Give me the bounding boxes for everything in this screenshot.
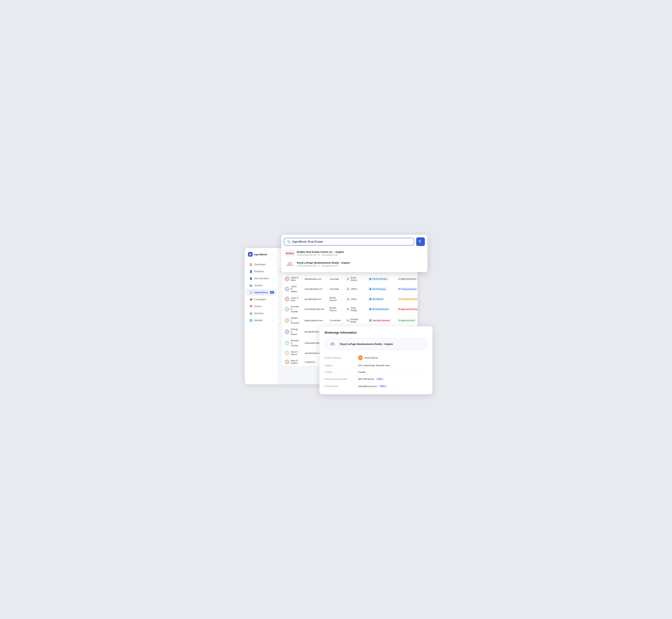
remax-logo: RE/MAX bbox=[285, 250, 294, 257]
sidebar-logo: 🏠 AgentBook ‹‹ bbox=[245, 251, 278, 260]
cell-title: Coordinator bbox=[327, 315, 344, 326]
app-name: AgentBook bbox=[254, 253, 267, 256]
cell-title: Broker Record bbox=[327, 295, 344, 303]
elections-icon: 🗳 bbox=[249, 312, 253, 315]
person-name: Lillian D. Ware bbox=[291, 276, 299, 281]
campaigns-icon: 📣 bbox=[249, 298, 253, 301]
table-row[interactable]: GJ Gladys J. Kluesner gladys@gmail.com C… bbox=[282, 315, 417, 326]
email-value: arlene@mccoy.com Office bbox=[358, 385, 387, 388]
result-addr-1: 23 Mountainview Rd., S. , Georgetown ON bbox=[297, 254, 344, 256]
cell-name: KB Kenneth B. Aranda bbox=[282, 303, 302, 315]
phone-office-badge[interactable]: Office bbox=[376, 377, 384, 381]
person-name: Whitney D. Kenney bbox=[291, 339, 299, 347]
cell-app-type: 👤 New Brokerage bbox=[365, 283, 394, 295]
person-name: Sean K. Hamm bbox=[291, 351, 299, 355]
sidebar-item-website[interactable]: 🌐 Website ▾ bbox=[246, 317, 276, 324]
app-type-badge: 👤 Terminate a Member bbox=[367, 319, 392, 322]
sidebar-item-elections[interactable]: 🗳 Elections bbox=[246, 310, 276, 317]
cell-brokerage: 🏢 Board Global bbox=[344, 275, 365, 283]
info-row-country: Country Canada bbox=[325, 369, 427, 375]
brokerage-name: CREA bbox=[351, 298, 357, 300]
brokerage-name: Eclat Realty bbox=[351, 307, 362, 312]
broker-avatar: AM bbox=[358, 355, 363, 360]
website-arrow: ▾ bbox=[272, 319, 273, 322]
search-result-2[interactable]: ROYAL LEPAGE Meadowtowne Royal LePage Me… bbox=[284, 259, 425, 269]
cell-email: lillian@realty.com bbox=[302, 275, 327, 283]
table-row[interactable]: KB Kenneth B. Aranda kenneth@realty.com … bbox=[282, 303, 417, 315]
app-type-badge: 👤 Transfer Member bbox=[367, 277, 389, 281]
sidebar-item-events[interactable]: 📅 Events bbox=[246, 303, 276, 310]
brokerage-name: OREA bbox=[351, 288, 357, 290]
cell-name: SK Sean K. Hamm bbox=[282, 349, 302, 357]
cell-name: LS Laura S. Dyer bbox=[282, 295, 302, 303]
sidebar-label-website: Website bbox=[254, 319, 263, 322]
app-type-badge: 👤 New Member bbox=[367, 297, 385, 301]
sidebar-label-events: Events bbox=[254, 305, 261, 308]
brokerage-info-card: Brokerage Information ROYAL LEPAGE Meado… bbox=[320, 326, 432, 394]
person-name: Mary G. Dunkle bbox=[291, 359, 299, 364]
cell-app-type: 👤 Transfer Member bbox=[365, 275, 394, 283]
cell-app-type: 👤 Terminate a Member bbox=[365, 315, 394, 326]
row-avatar: WD bbox=[284, 341, 289, 346]
cell-brokerage: 🏢 CREA bbox=[344, 295, 365, 303]
email-office-badge[interactable]: Office bbox=[379, 385, 387, 388]
table-row[interactable]: LD Lillian D. Ware lillian@realty.com As… bbox=[282, 275, 417, 283]
search-button[interactable]: 🔍 bbox=[416, 237, 425, 246]
brokerage-cell: 🏢 Board Global bbox=[346, 276, 362, 281]
sidebar-item-applications[interactable]: 📋 Applications 50 bbox=[246, 289, 276, 296]
person-name: George S. Bryant bbox=[291, 328, 299, 335]
info-row-email: Primary Email arlene@mccoy.com Office bbox=[325, 383, 427, 390]
sidebar-item-campaigns[interactable]: 📣 Campaigns ▾ bbox=[246, 296, 276, 303]
phone-label: Primary Phone Number bbox=[325, 378, 358, 380]
applications-badge: 50 bbox=[270, 291, 274, 294]
sidebar: 🏠 AgentBook ‹‹ 🏠 Dashboard 👤 Members 👤 N… bbox=[245, 248, 278, 384]
search-input[interactable] bbox=[292, 240, 411, 244]
royal-logo: ROYAL LEPAGE Meadowtowne bbox=[285, 261, 294, 267]
person-name: Laura S. Dyer bbox=[291, 296, 299, 301]
brokerage-logo: ROYAL LEPAGE Meadowtowne bbox=[328, 340, 338, 348]
campaigns-arrow: ▾ bbox=[272, 298, 273, 300]
brokerage-cell: 🏢 Eclat Realty bbox=[346, 307, 362, 312]
search-input-wrap[interactable]: 🔍 bbox=[284, 238, 414, 246]
status-badge: Applicant Active bbox=[397, 319, 416, 322]
app-type-icon: 👤 bbox=[369, 298, 372, 300]
cell-email: kenneth@realty.com bbox=[302, 303, 327, 315]
sidebar-item-non-members[interactable]: 👤 Non-Members bbox=[246, 275, 276, 282]
brokerage-name: Property Realty bbox=[350, 318, 362, 323]
logo-icon: 🏠 bbox=[248, 252, 253, 257]
sidebar-item-members[interactable]: 👤 Members bbox=[246, 268, 276, 275]
table-row[interactable]: AR Arthur R. Sellers arthur@realty.com A… bbox=[282, 283, 417, 295]
vendors-icon: 🏪 bbox=[249, 284, 253, 287]
sidebar-item-vendors[interactable]: 🏪 Vendors bbox=[246, 282, 276, 289]
cell-email: laura@realty.com bbox=[302, 295, 327, 303]
status-badge: Application Decline bbox=[397, 307, 417, 311]
broker-icon: 🏢 bbox=[346, 307, 350, 311]
search-layer: 🔍 🔍 RE/MAX Re/Max Real Estate Centre Inc… bbox=[281, 235, 427, 272]
info-row-address: Address 2021 Street Road, Mountain view bbox=[325, 362, 427, 369]
cell-brokerage: 🏢 OREA bbox=[344, 283, 365, 295]
search-result-1[interactable]: RE/MAX Re/Max Real Estate Centre Inc. - … bbox=[284, 248, 425, 259]
website-icon: 🌐 bbox=[249, 319, 253, 322]
person-name: Arthur R. Sellers bbox=[291, 285, 299, 293]
sidebar-label-campaigns: Campaigns bbox=[254, 298, 266, 301]
row-avatar: GJ bbox=[284, 318, 289, 323]
row-avatar: SK bbox=[284, 351, 289, 355]
result-name-2: Royal LePage Meadowtowne Realty - Grgtwn bbox=[297, 261, 350, 264]
app-type-badge: 👤 New Brokerage bbox=[367, 287, 387, 291]
sidebar-label-vendors: Vendors bbox=[254, 284, 263, 287]
table-row[interactable]: LS Laura S. Dyer laura@realty.com Broker… bbox=[282, 295, 417, 303]
country-label: Country bbox=[325, 371, 358, 373]
cell-email: gladys@gmail.com bbox=[302, 315, 327, 326]
sidebar-item-dashboard[interactable]: 🏠 Dashboard bbox=[246, 261, 276, 268]
brokerage-header: ROYAL LEPAGE Meadowtowne Royal LePage Me… bbox=[325, 338, 427, 350]
search-results: RE/MAX Re/Max Real Estate Centre Inc. - … bbox=[284, 248, 425, 269]
country-value: Canada bbox=[358, 371, 366, 373]
broker-value: AM Arlene McCoy bbox=[358, 355, 378, 360]
sidebar-label-members: Members bbox=[254, 270, 264, 273]
members-icon: 👤 bbox=[249, 270, 253, 273]
cell-name: GS George S. Bryant bbox=[282, 326, 302, 337]
search-row: 🔍 🔍 bbox=[284, 237, 425, 246]
app-type-icon: 👤 bbox=[369, 278, 372, 280]
cell-status: Application Decline bbox=[394, 303, 417, 315]
sidebar-collapse-btn[interactable]: ‹‹ bbox=[273, 253, 274, 256]
